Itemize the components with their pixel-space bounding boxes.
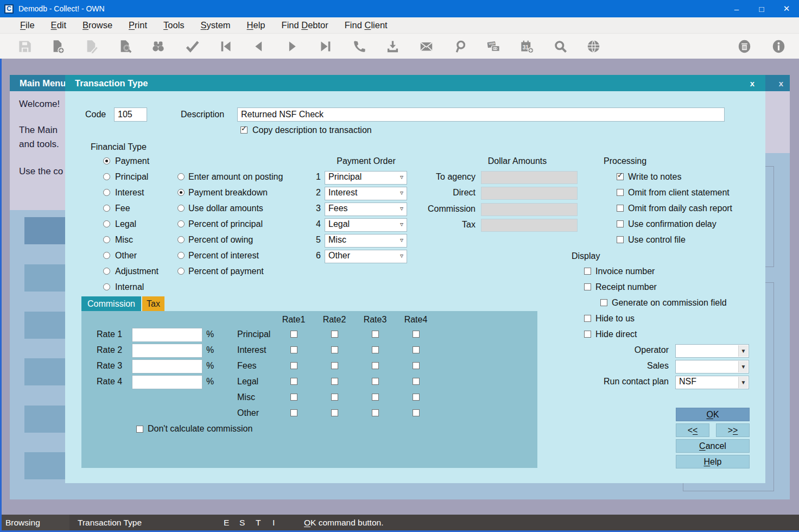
globe-icon[interactable]: [584, 36, 604, 56]
info-icon[interactable]: [768, 36, 789, 56]
processing-checkbox-omit-from-daily-cash-report[interactable]: [617, 205, 624, 212]
financial-type-radio-legal[interactable]: [103, 220, 110, 227]
menu-item-edit[interactable]: Edit: [43, 20, 74, 30]
next-button[interactable]: >>: [716, 423, 750, 437]
help-button[interactable]: Help: [676, 455, 750, 468]
pin-icon[interactable]: [449, 36, 470, 56]
posting-method-radio-percent-of-interest[interactable]: [177, 252, 185, 259]
financial-type-radio-payment[interactable]: [103, 157, 110, 164]
grid-interest-rate2-checkbox[interactable]: [331, 346, 338, 353]
processing-checkbox-omit-from-client-statement[interactable]: [617, 189, 624, 196]
code-input[interactable]: [114, 107, 147, 122]
payment-order-select-5[interactable]: Misc▿: [325, 234, 407, 248]
grid-other-rate2-checkbox[interactable]: [331, 409, 338, 416]
last-record-icon[interactable]: [315, 36, 336, 56]
prev-button[interactable]: <<: [676, 423, 709, 437]
rate-3-input[interactable]: [132, 359, 202, 373]
grid-principal-rate3-checkbox[interactable]: [372, 331, 379, 338]
financial-type-radio-misc[interactable]: [103, 236, 110, 243]
dont-calculate-commission-checkbox[interactable]: [136, 426, 143, 433]
display-checkbox-generate-on-commission-field[interactable]: [600, 299, 607, 306]
rate-4-input[interactable]: [132, 375, 202, 389]
print-tray-icon[interactable]: [383, 36, 403, 56]
posting-method-radio-percent-of-principal[interactable]: [177, 220, 185, 227]
credit-card-icon[interactable]: VISA: [483, 36, 504, 56]
minimize-button[interactable]: –: [724, 0, 749, 17]
operator-select[interactable]: ▼: [675, 344, 749, 358]
close-button[interactable]: ✕: [774, 0, 799, 17]
posting-method-radio-payment-breakdown[interactable]: [177, 189, 185, 196]
processing-checkbox-use-confirmation-delay[interactable]: [617, 220, 624, 227]
grid-misc-rate1-checkbox[interactable]: [290, 394, 297, 401]
grid-fees-rate1-checkbox[interactable]: [290, 362, 297, 369]
rate-2-input[interactable]: [132, 344, 202, 358]
grid-legal-rate2-checkbox[interactable]: [331, 378, 338, 385]
grid-interest-rate1-checkbox[interactable]: [290, 346, 297, 353]
search-icon[interactable]: [550, 36, 570, 56]
financial-type-radio-interest[interactable]: [103, 189, 110, 196]
display-checkbox-invoice-number[interactable]: [584, 268, 591, 275]
grid-principal-rate1-checkbox[interactable]: [290, 331, 297, 338]
display-checkbox-hide-to-us[interactable]: [584, 315, 591, 322]
grid-legal-rate1-checkbox[interactable]: [290, 378, 297, 385]
checkmark-icon[interactable]: [182, 36, 202, 56]
dialog-close-icon[interactable]: x: [750, 75, 754, 91]
dialog-title-bar[interactable]: Transaction Type x: [65, 75, 765, 91]
tab-tax[interactable]: Tax: [142, 296, 164, 311]
description-input[interactable]: [237, 107, 725, 122]
grid-principal-rate4-checkbox[interactable]: [413, 331, 420, 338]
copy-description-checkbox[interactable]: ✓: [240, 126, 248, 134]
financial-type-radio-adjustment[interactable]: [103, 268, 110, 275]
rate-1-input[interactable]: [132, 328, 202, 342]
menu-item-find-debtor[interactable]: Find Debtor: [274, 20, 337, 30]
financial-type-radio-principal[interactable]: [103, 173, 110, 180]
grid-fees-rate2-checkbox[interactable]: [331, 362, 338, 369]
preview-document-icon[interactable]: [115, 36, 135, 56]
posting-method-radio-percent-of-payment[interactable]: [177, 268, 185, 275]
grid-misc-rate4-checkbox[interactable]: [413, 394, 420, 401]
previous-record-icon[interactable]: [249, 36, 269, 56]
cancel-button[interactable]: Cancel: [676, 439, 750, 453]
posting-method-radio-enter-amount-on-posting[interactable]: [177, 173, 185, 180]
binoculars-icon[interactable]: [148, 36, 169, 56]
run-contact-plan-select[interactable]: NSF▼: [675, 376, 749, 389]
financial-type-radio-internal[interactable]: [103, 283, 110, 290]
processing-checkbox-use-control-file[interactable]: [617, 236, 624, 243]
posting-method-radio-percent-of-owing[interactable]: [177, 236, 185, 243]
grid-other-rate3-checkbox[interactable]: [372, 409, 379, 416]
menu-item-find-client[interactable]: Find Client: [337, 20, 396, 30]
grid-interest-rate3-checkbox[interactable]: [372, 346, 379, 353]
grid-fees-rate4-checkbox[interactable]: [413, 362, 420, 369]
menu-item-print[interactable]: Print: [121, 20, 155, 30]
processing-checkbox-write-to-notes[interactable]: ✓: [617, 173, 624, 180]
grid-legal-rate4-checkbox[interactable]: [413, 378, 420, 385]
grid-other-rate1-checkbox[interactable]: [290, 409, 297, 416]
maximize-button[interactable]: □: [749, 0, 774, 17]
financial-type-radio-other[interactable]: [103, 252, 110, 259]
ok-button[interactable]: OK: [676, 408, 750, 421]
display-checkbox-hide-direct[interactable]: [584, 331, 591, 338]
grid-interest-rate4-checkbox[interactable]: [413, 346, 420, 353]
sales-select[interactable]: ▼: [675, 360, 749, 373]
menu-item-browse[interactable]: Browse: [74, 20, 121, 30]
email-icon[interactable]: [416, 36, 436, 56]
grid-misc-rate2-checkbox[interactable]: [331, 394, 338, 401]
calendar-add-icon[interactable]: 31: [517, 36, 537, 56]
new-document-icon[interactable]: [48, 36, 68, 56]
grid-legal-rate3-checkbox[interactable]: [372, 378, 379, 385]
first-record-icon[interactable]: [215, 36, 236, 56]
title-bar[interactable]: C Demodb - Collect! - OWN – □ ✕: [0, 0, 799, 17]
payment-order-select-6[interactable]: Other▿: [325, 250, 407, 263]
menu-item-system[interactable]: System: [193, 20, 239, 30]
posting-method-radio-use-dollar-amounts[interactable]: [177, 205, 185, 212]
menu-item-help[interactable]: Help: [239, 20, 274, 30]
next-record-icon[interactable]: [282, 36, 303, 56]
grid-other-rate4-checkbox[interactable]: [413, 409, 420, 416]
financial-type-radio-fee[interactable]: [103, 205, 110, 212]
main-menu-close-icon[interactable]: x: [779, 75, 783, 91]
grid-misc-rate3-checkbox[interactable]: [372, 394, 379, 401]
grid-fees-rate3-checkbox[interactable]: [372, 362, 379, 369]
grid-principal-rate2-checkbox[interactable]: [331, 331, 338, 338]
menu-item-tools[interactable]: Tools: [155, 20, 193, 30]
phone-icon[interactable]: [349, 36, 370, 56]
